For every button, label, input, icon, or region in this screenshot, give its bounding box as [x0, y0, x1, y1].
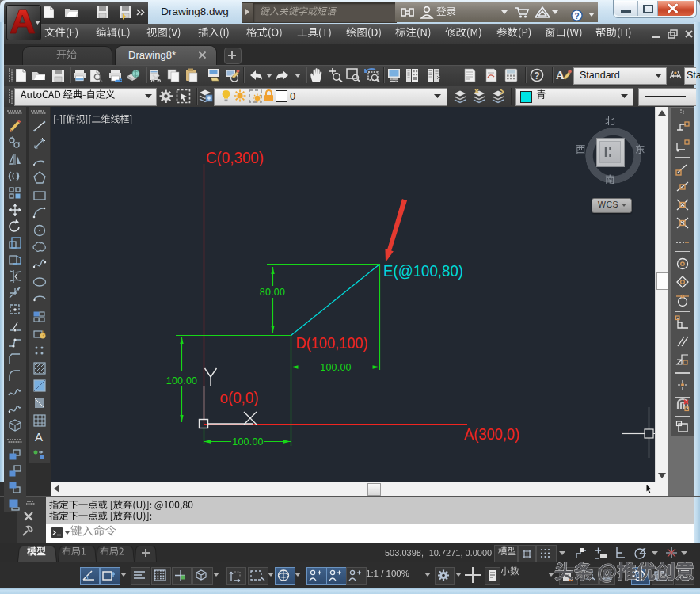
- svg-text:100.00: 100.00: [232, 436, 263, 447]
- svg-text:80.00: 80.00: [260, 287, 285, 298]
- svg-text:?: ?: [534, 70, 539, 82]
- svg-text:E(@100,80): E(@100,80): [383, 261, 463, 280]
- svg-text:100.00: 100.00: [320, 362, 351, 373]
- svg-text:o(0,0): o(0,0): [220, 388, 259, 406]
- svg-text:100.00: 100.00: [166, 375, 197, 386]
- svg-text:A: A: [35, 430, 43, 444]
- svg-text:?: ?: [574, 12, 579, 21]
- svg-text:A(300,0): A(300,0): [464, 425, 519, 443]
- svg-text:A: A: [556, 69, 565, 82]
- svg-text:D(100,100): D(100,100): [296, 333, 368, 352]
- svg-text:C(0,300): C(0,300): [206, 148, 264, 166]
